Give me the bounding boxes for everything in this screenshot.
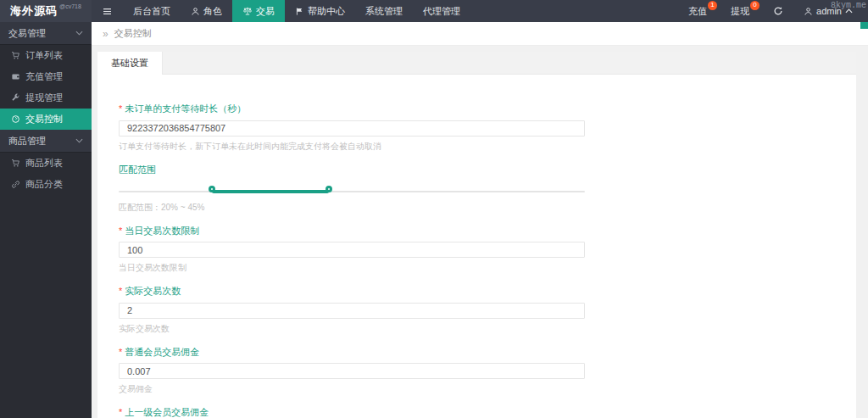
form-field: *上一级会员交易佣金交易佣金 [119,406,835,418]
watermark: 8kym.me [831,1,866,10]
chevron-down-icon [75,31,83,36]
field-label-row: 匹配范围 [119,164,835,176]
sidebar-item-label: 交易控制 [25,113,63,125]
sidebar-item[interactable]: 充值管理 [0,66,92,87]
field-label-row: *普通会员交易佣金 [119,346,835,359]
notification-badge: 1 [708,1,717,10]
settings-card: 基础设置 *未订单的支付等待时长（秒）订单支付等待时长，新下订单未在此时间内能完… [97,52,856,418]
field-input[interactable] [119,242,585,258]
gauge-icon [11,114,20,124]
sidebar-item-label: 商品列表 [25,157,63,170]
quick-action-label: 充值 [688,5,707,18]
sidebar-item[interactable]: 提现管理 [0,87,92,109]
field-label: 实际交易次数 [125,285,181,298]
menu-icon [102,6,113,17]
field-input[interactable] [119,303,585,319]
corner-accent [860,22,868,29]
nav-item[interactable]: 系统管理 [355,0,413,22]
sidebar-item-label: 商品分类 [25,178,63,191]
nav-item[interactable]: 帮助中心 [285,0,355,22]
breadcrumb-label: 交易控制 [114,27,152,40]
form-field: 匹配范围匹配范围：20% ~ 45% [119,164,835,214]
settings-form: *未订单的支付等待时长（秒）订单支付等待时长，新下订单未在此时间内能完成支付将会… [97,75,856,418]
nav-item-label: 交易 [256,5,275,18]
sidebar-group-label: 商品管理 [8,135,46,148]
sidebar-group-label: 交易管理 [8,27,46,40]
nav-item-label: 后台首页 [133,5,170,18]
breadcrumb-icon: » [103,28,108,40]
range-slider[interactable] [119,186,585,198]
field-label: 上一级会员交易佣金 [125,406,209,418]
topbar-nav: 后台首页角色交易帮助中心系统管理代理管理 [123,0,470,22]
form-field: *未订单的支付等待时长（秒）订单支付等待时长，新下订单未在此时间内能完成支付将会… [119,103,835,153]
sidebar-item[interactable]: 交易控制 [0,109,92,130]
person-icon [191,7,200,16]
required-asterisk: * [119,348,122,357]
form-field: *普通会员交易佣金交易佣金 [119,346,835,396]
sidebar-group-header[interactable]: 交易管理 [0,22,92,45]
quick-actions: 充值1提现0 [678,0,763,22]
app-version-badge: @cv718 [59,3,81,9]
sidebar-group-header[interactable]: 商品管理 [0,130,92,153]
required-asterisk: * [119,287,122,296]
nav-item[interactable]: 角色 [181,0,232,22]
user-icon [804,7,813,16]
field-label-row: *当日交易次数限制 [119,225,835,237]
required-asterisk: * [119,104,122,114]
topbar: 海外源码 @cv718 后台首页角色交易帮助中心系统管理代理管理 充值1提现0 … [0,0,868,22]
refresh-button[interactable] [763,0,793,22]
form-field: *实际交易次数实际交易次数 [119,285,835,335]
menu-toggle-button[interactable] [92,0,123,22]
field-help: 订单支付等待时长，新下订单未在此时间内能完成支付将会被自动取消 [119,141,835,153]
cart-icon [11,159,20,168]
slider-track [119,191,585,192]
breadcrumb: » 交易控制 [92,22,868,46]
field-label: 匹配范围 [119,164,156,176]
sidebar-item-label: 充值管理 [25,70,63,83]
field-label-row: *实际交易次数 [119,285,835,298]
sidebar-item[interactable]: 商品分类 [0,174,92,195]
quick-action-label: 提现 [731,5,749,18]
app-logo[interactable]: 海外源码 @cv718 [0,0,92,22]
field-help: 交易佣金 [119,383,835,395]
slider-range [212,190,329,193]
tab-bar: 基础设置 [97,52,856,75]
nav-item[interactable]: 交易 [232,0,285,22]
cart-icon [11,51,20,60]
field-input[interactable] [119,363,585,379]
notification-badge: 0 [750,1,760,10]
field-label: 当日交易次数限制 [125,225,199,237]
sidebar: 交易管理订单列表充值管理提现管理交易控制商品管理商品列表商品分类 [0,22,92,418]
field-label-row: *未订单的支付等待时长（秒） [119,103,835,115]
wallet-icon [11,72,20,81]
quick-action[interactable]: 提现0 [721,0,763,22]
form-field: *当日交易次数限制当日交易次数限制 [119,225,835,275]
chevron-down-icon [75,138,83,143]
sidebar-item-label: 订单列表 [25,49,63,62]
quick-action[interactable]: 充值1 [678,0,721,22]
field-help: 匹配范围：20% ~ 45% [119,202,835,214]
required-asterisk: * [119,408,122,417]
nav-item[interactable]: 代理管理 [413,0,470,22]
main-content: » 交易控制 基础设置 *未订单的支付等待时长（秒）订单支付等待时长，新下订单未… [92,22,868,418]
app-title: 海外源码 [10,3,58,19]
nav-item-label: 系统管理 [365,5,403,18]
sidebar-item[interactable]: 订单列表 [0,45,92,66]
refresh-icon [773,6,783,16]
link-icon [11,180,20,189]
tab-basic-settings[interactable]: 基础设置 [97,52,163,75]
field-input[interactable] [119,120,585,137]
field-label: 普通会员交易佣金 [125,346,199,359]
field-help: 当日交易次数限制 [119,262,835,274]
slider-handle-max[interactable] [326,186,332,192]
field-help: 实际交易次数 [119,323,835,335]
nav-item-label: 代理管理 [423,5,460,18]
sidebar-item[interactable]: 商品列表 [0,153,92,174]
nav-item-label: 帮助中心 [308,5,345,18]
nav-item-label: 角色 [203,5,222,18]
slider-handle-min[interactable] [209,186,215,192]
nav-item[interactable]: 后台首页 [123,0,181,22]
scale-icon [242,6,253,16]
flag-icon [295,7,304,16]
sidebar-item-label: 提现管理 [25,92,63,104]
